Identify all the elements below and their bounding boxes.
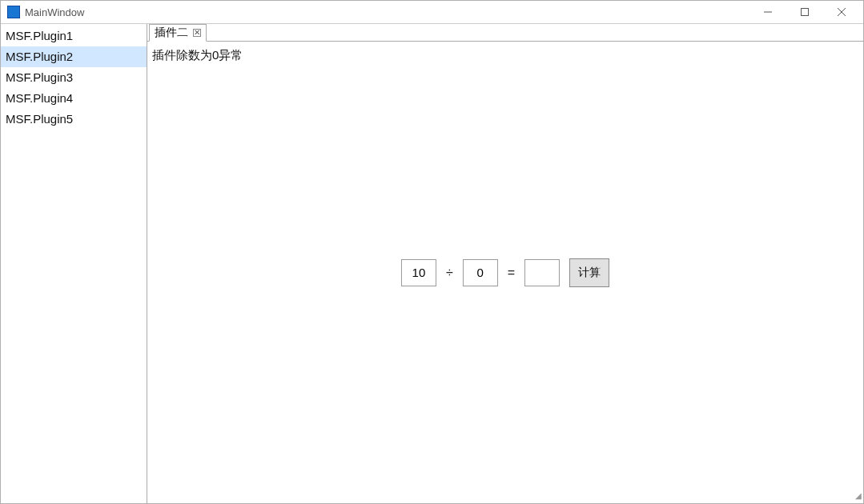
window-title: MainWindow bbox=[25, 6, 84, 18]
sidebar-item-label: MSF.Plugin3 bbox=[6, 70, 73, 84]
minimize-button[interactable] bbox=[749, 1, 786, 23]
plugin-sidebar: MSF.Plugin1 MSF.Plugin2 MSF.Plugin3 MSF.… bbox=[1, 24, 147, 503]
maximize-button[interactable] bbox=[786, 1, 823, 23]
svg-rect-0 bbox=[802, 9, 809, 16]
sidebar-item-label: MSF.Plugin1 bbox=[6, 29, 73, 42]
division-calculator: ÷ = 计算 bbox=[401, 258, 609, 287]
resize-grip-icon[interactable]: ◢ bbox=[855, 491, 860, 500]
tab-content: 插件除数为0异常 ÷ = 计算 ◢ bbox=[147, 42, 863, 503]
result-input[interactable] bbox=[524, 259, 560, 286]
main-window: MainWindow MSF.Plugin1 MSF.Plugin2 MSF.P… bbox=[0, 0, 864, 504]
sidebar-item-plugin5[interactable]: MSF.Plugin5 bbox=[1, 109, 147, 130]
maximize-icon bbox=[801, 8, 809, 16]
sidebar-item-plugin4[interactable]: MSF.Plugin4 bbox=[1, 88, 147, 109]
close-icon bbox=[838, 8, 846, 16]
sidebar-item-label: MSF.Plugin4 bbox=[6, 91, 73, 105]
divisor-input[interactable] bbox=[463, 259, 498, 286]
minimize-icon bbox=[764, 8, 772, 16]
app-icon bbox=[7, 6, 20, 18]
tab-plugin2[interactable]: 插件二 ✕ bbox=[149, 24, 207, 42]
sidebar-item-plugin2[interactable]: MSF.Plugin2 bbox=[1, 46, 147, 67]
compute-button[interactable]: 计算 bbox=[569, 258, 609, 287]
sidebar-item-plugin3[interactable]: MSF.Plugin3 bbox=[1, 67, 147, 88]
tab-label: 插件二 bbox=[155, 26, 188, 40]
sidebar-item-label: MSF.Plugin2 bbox=[6, 50, 73, 63]
client-area: MSF.Plugin1 MSF.Plugin2 MSF.Plugin3 MSF.… bbox=[1, 23, 863, 503]
error-message: 插件除数为0异常 bbox=[152, 48, 243, 63]
dividend-input[interactable] bbox=[401, 259, 436, 286]
tabstrip: 插件二 ✕ bbox=[147, 24, 863, 42]
sidebar-item-plugin1[interactable]: MSF.Plugin1 bbox=[1, 26, 147, 46]
main-panel: 插件二 ✕ 插件除数为0异常 ÷ = 计算 ◢ bbox=[147, 24, 863, 503]
sidebar-item-label: MSF.Plugin5 bbox=[6, 112, 73, 126]
close-button[interactable] bbox=[823, 1, 860, 23]
divide-operator: ÷ bbox=[446, 266, 453, 280]
equals-sign: = bbox=[508, 266, 515, 280]
tab-close-icon[interactable]: ✕ bbox=[193, 29, 201, 37]
titlebar: MainWindow bbox=[1, 1, 863, 23]
